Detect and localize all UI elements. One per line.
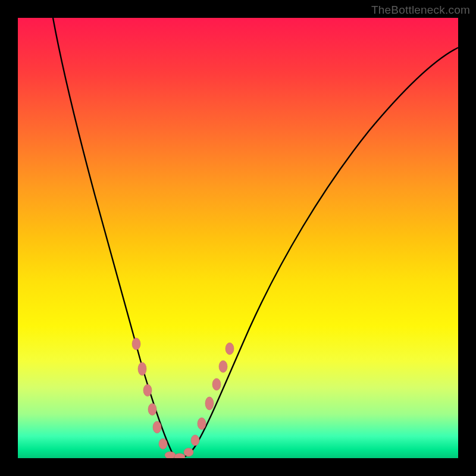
marker-dot (219, 361, 227, 372)
marker-dot (212, 378, 221, 390)
plot-area (18, 18, 458, 458)
marker-dot (153, 421, 161, 433)
chart-frame: TheBottleneck.com (0, 0, 476, 476)
bottleneck-curve (53, 18, 458, 458)
marker-dot (174, 453, 185, 458)
marker-dot (148, 403, 156, 415)
marker-dot (165, 452, 176, 458)
marker-dot (191, 435, 199, 446)
marker-dot (198, 418, 206, 430)
watermark-text: TheBottleneck.com (371, 4, 470, 17)
marker-dot (159, 439, 167, 449)
curve-path-group (53, 18, 458, 458)
marker-dot (205, 397, 214, 410)
bottleneck-curve-svg (18, 18, 458, 458)
marker-dot (226, 343, 234, 355)
marker-dot (138, 362, 146, 375)
marker-dot (143, 384, 152, 396)
marker-dot (184, 448, 193, 456)
marker-dot (132, 338, 140, 350)
